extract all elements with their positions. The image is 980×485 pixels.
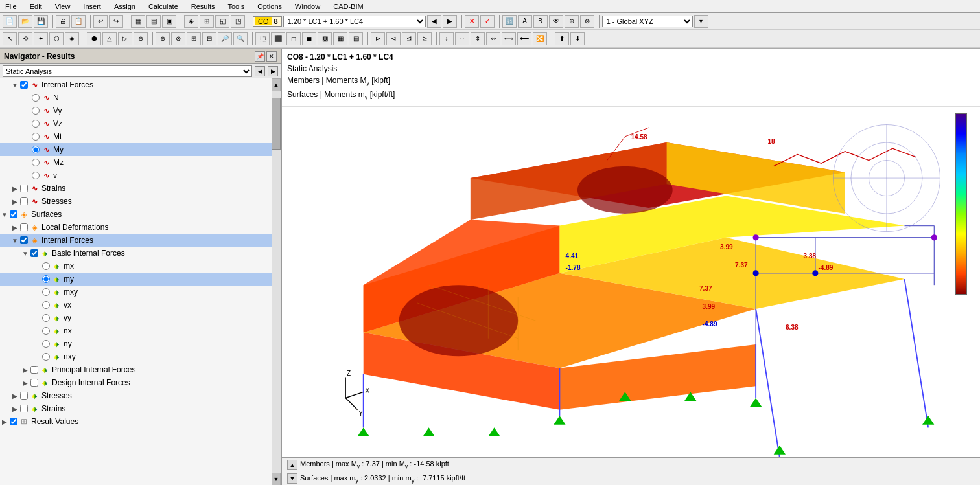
tree-item-mxy[interactable]: ◈ mxy [0, 286, 272, 299]
tb-table3[interactable]: ▣ [162, 15, 176, 28]
toggle-strains-surfaces[interactable]: ▶ [10, 404, 19, 413]
tb-print[interactable]: 🖨 [56, 15, 70, 28]
tree-item-vz[interactable]: ∿ Vz [0, 117, 272, 130]
tb-icon4[interactable]: 👁 [549, 15, 563, 28]
tb2-3[interactable]: ✦ [34, 32, 48, 45]
tree-item-nx[interactable]: ◈ nx [0, 324, 272, 337]
menu-insert[interactable]: Insert [80, 1, 104, 12]
tb2-14[interactable]: 🔎 [218, 32, 232, 45]
tree-item-my[interactable]: ∿ My [0, 143, 272, 156]
tree-item-my-surf[interactable]: ◈ my [0, 273, 272, 286]
tb2-28[interactable]: ↔ [455, 32, 469, 45]
tb-table2[interactable]: ▤ [146, 15, 161, 28]
tb2-16[interactable]: ⬚ [255, 32, 270, 45]
tree-item-v[interactable]: ∿ v [0, 169, 272, 182]
tb2-15[interactable]: 🔍 [233, 32, 248, 45]
nav-tree[interactable]: ▼ ∿ Internal Forces ∿ N [0, 78, 272, 485]
tb-open[interactable]: 📂 [18, 15, 32, 28]
tree-item-stresses-surfaces[interactable]: ▶ ◈ Stresses [0, 389, 272, 402]
tb2-2[interactable]: ⟲ [18, 32, 32, 45]
nav-scroll-down[interactable]: ▼ [272, 473, 281, 485]
menu-window[interactable]: Window [292, 1, 323, 12]
status-toggle-2[interactable]: ▼ [287, 473, 298, 484]
tree-item-vy-surf[interactable]: ◈ vy [0, 311, 272, 324]
tb2-22[interactable]: ▤ [349, 32, 363, 45]
viewport-canvas[interactable]: Z X Y 14.58 18 3.99 3.99 7.37 7.37 3.88 … [282, 107, 980, 457]
tb-check[interactable]: ✓ [480, 15, 495, 28]
tb2-29[interactable]: ⇕ [471, 32, 485, 45]
tb-view3[interactable]: ◱ [215, 15, 229, 28]
tb2-25[interactable]: ⊴ [402, 32, 416, 45]
tb2-35[interactable]: ⬇ [570, 32, 585, 45]
tb2-26[interactable]: ⊵ [417, 32, 432, 45]
tb2-30[interactable]: ⇔ [486, 32, 500, 45]
tree-item-mt[interactable]: ∿ Mt [0, 130, 272, 143]
tree-item-nxy[interactable]: ◈ nxy [0, 350, 272, 363]
tb2-21[interactable]: ▦ [333, 32, 347, 45]
toggle-principal-internal-forces[interactable]: ▶ [21, 365, 30, 374]
tree-item-stresses-members[interactable]: ▶ ∿ Stresses [0, 195, 272, 208]
tb2-33[interactable]: 🔀 [533, 32, 547, 45]
tb2-7[interactable]: △ [102, 32, 117, 45]
menu-options[interactable]: Options [255, 1, 285, 12]
tree-item-vx[interactable]: ◈ vx [0, 299, 272, 311]
tb2-1[interactable]: ↖ [3, 32, 17, 45]
tb-table[interactable]: ▦ [131, 15, 145, 28]
tree-item-strains-members[interactable]: ▶ ∿ Strains [0, 182, 272, 195]
nav-scroll-up[interactable]: ▲ [272, 78, 281, 91]
tb2-13[interactable]: ⊟ [202, 32, 216, 45]
tb-icon2[interactable]: A [518, 15, 532, 28]
tb2-4[interactable]: ⬡ [49, 32, 64, 45]
tb-icon6[interactable]: ⊗ [580, 15, 594, 28]
tree-item-ny[interactable]: ◈ ny [0, 337, 272, 350]
tree-item-surfaces[interactable]: ▼ ◈ Surfaces [0, 208, 272, 221]
toggle-members-internal-forces[interactable]: ▼ [10, 80, 19, 89]
toggle-basic-internal-forces[interactable]: ▼ [21, 249, 30, 258]
tb2-8[interactable]: ▷ [118, 32, 132, 45]
tb-view2[interactable]: ⊞ [200, 15, 214, 28]
toggle-surfaces[interactable]: ▼ [0, 210, 9, 219]
navigator-dropdown[interactable]: Static Analysis [3, 65, 252, 77]
tb-icon3[interactable]: B [533, 15, 548, 28]
menu-assign[interactable]: Assign [111, 1, 138, 12]
toggle-stresses-surfaces[interactable]: ▶ [10, 391, 19, 400]
tb-next-lc[interactable]: ▶ [443, 15, 457, 28]
tb-view4[interactable]: ◳ [231, 15, 245, 28]
tb2-5[interactable]: ◈ [65, 32, 79, 45]
tree-item-vy[interactable]: ∿ Vy [0, 104, 272, 117]
tb-coord-expand[interactable]: ▾ [694, 15, 708, 28]
menu-edit[interactable]: Edit [27, 1, 45, 12]
tree-item-local-deformations[interactable]: ▶ ◈ Local Deformations [0, 221, 272, 234]
nav-arrow-left[interactable]: ◀ [255, 66, 265, 76]
tb2-10[interactable]: ⊕ [156, 32, 170, 45]
tb2-11[interactable]: ⊗ [171, 32, 185, 45]
tb2-32[interactable]: ⟵ [517, 32, 531, 45]
tree-item-strains-surfaces[interactable]: ▶ ◈ Strains [0, 402, 272, 415]
toggle-result-values[interactable]: ▶ [0, 417, 9, 426]
tb-icon5[interactable]: ⊕ [565, 15, 579, 28]
menu-results[interactable]: Results [189, 1, 218, 12]
toggle-surfaces-internal-forces[interactable]: ▼ [10, 236, 19, 245]
nav-pin-btn[interactable]: 📌 [255, 51, 265, 62]
tree-item-basic-internal-forces[interactable]: ▼ ◈ Basic Internal Forces [0, 247, 272, 260]
tb-print2[interactable]: 📋 [71, 15, 86, 28]
toggle-local-deformations[interactable]: ▶ [10, 223, 19, 232]
tree-item-surfaces-internal-forces[interactable]: ▼ ◈ Internal Forces [0, 234, 272, 247]
tb-undo[interactable]: ↩ [93, 15, 108, 28]
menu-view[interactable]: View [52, 1, 73, 12]
tb2-23[interactable]: ⊳ [371, 32, 385, 45]
status-toggle-1[interactable]: ▲ [287, 460, 298, 470]
tb-x-btn[interactable]: ✕ [465, 15, 479, 28]
tb2-27[interactable]: ↕ [439, 32, 454, 45]
tb-icon1[interactable]: 🔢 [502, 15, 517, 28]
toggle-stresses-members[interactable]: ▶ [10, 197, 19, 206]
tb2-17[interactable]: ⬛ [271, 32, 285, 45]
tb2-6[interactable]: ⬢ [87, 32, 101, 45]
tb2-31[interactable]: ⟺ [502, 32, 516, 45]
tree-item-n[interactable]: ∿ N [0, 91, 272, 104]
menu-calculate[interactable]: Calculate [146, 1, 181, 12]
tb2-20[interactable]: ▩ [318, 32, 332, 45]
tree-item-design-internal-forces[interactable]: ▶ ◈ Design Internal Forces [0, 376, 272, 389]
tree-item-members-internal-forces[interactable]: ▼ ∿ Internal Forces [0, 78, 272, 91]
tb-view1[interactable]: ◈ [184, 15, 198, 28]
